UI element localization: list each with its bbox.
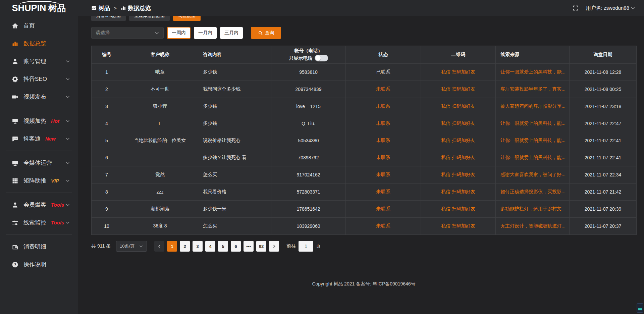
cell-qrcode: 私信 扫码加好友: [421, 184, 496, 201]
bar-chart-icon: [121, 5, 126, 11]
source-link[interactable]: 感谢大家喜欢我家，被问了好...: [500, 172, 566, 177]
sidebar-item-label: 视频发布: [23, 93, 46, 101]
qr-link-扫码加好友[interactable]: 扫码加好友: [452, 189, 475, 194]
qr-link-扫码加好友[interactable]: 扫码加好友: [452, 120, 475, 126]
sidebar-item-首页[interactable]: 首页: [0, 17, 78, 35]
qr-link-私信[interactable]: 私信: [441, 69, 450, 74]
page-size-select[interactable]: 10条/页: [116, 241, 147, 252]
cell-content: 多少钱: [198, 115, 271, 132]
cell-id: 9: [92, 201, 122, 218]
sidebar-item-label: 数据总览: [23, 40, 46, 47]
sidebar-item-视频加热[interactable]: 视频加热Hot: [0, 112, 78, 130]
sidebar-item-抖音SEO[interactable]: 抖音SEO: [0, 70, 78, 88]
cell-source: 让你一眼就爱上的黑科技，能...: [496, 115, 570, 132]
sidebar-item-label: 账号管理: [23, 57, 46, 65]
sliders-icon: [12, 219, 18, 226]
pagination: 共 911 条 10条/页 123456•••92 前往 页: [91, 241, 636, 252]
sidebar-item-会员爆客[interactable]: 会员爆客Tools: [0, 196, 78, 214]
page-button-1[interactable]: 1: [167, 241, 177, 252]
sidebar-item-label: 抖客通: [23, 135, 41, 143]
breadcrumb-separator: >: [114, 6, 117, 11]
qr-link-私信[interactable]: 私信: [441, 189, 450, 194]
qr-link-私信[interactable]: 私信: [441, 172, 450, 177]
qr-link-扫码加好友[interactable]: 扫码加好友: [452, 138, 475, 143]
user-menu[interactable]: 用户名: zswodun88: [586, 5, 635, 11]
cell-status: 未联系: [346, 166, 421, 184]
prev-page-button[interactable]: [154, 241, 164, 252]
page-button-5[interactable]: 5: [218, 241, 228, 252]
breadcrumb: 树品 > 数据总览: [91, 4, 151, 12]
qr-link-扫码加好友[interactable]: 扫码加好友: [452, 103, 475, 109]
qr-link-私信[interactable]: 私信: [441, 120, 450, 126]
corner-widget[interactable]: [637, 303, 643, 313]
qr-link-私信[interactable]: 私信: [441, 103, 450, 109]
qr-link-私信[interactable]: 私信: [441, 155, 450, 160]
source-link[interactable]: 让你一眼就爱上的黑科技，能...: [500, 138, 566, 143]
cell-account: 50534380: [271, 132, 346, 149]
cell-id: 6: [92, 149, 122, 166]
sidebar-item-消费明细[interactable]: 消费明细: [0, 238, 78, 256]
page-button-2[interactable]: 2: [180, 241, 190, 252]
sidebar-item-线索监控[interactable]: 线索监控Tools: [0, 214, 78, 231]
page-button-4[interactable]: 4: [205, 241, 215, 252]
page-button-92[interactable]: 92: [256, 241, 266, 252]
goto-page-input[interactable]: [299, 241, 313, 252]
bar-chart-icon: [12, 40, 18, 47]
cell-nickname: 36度 8: [122, 218, 198, 235]
page-ellipsis-button[interactable]: •••: [244, 241, 254, 252]
page-button-3[interactable]: 3: [193, 241, 203, 252]
question-icon: ?: [12, 261, 18, 268]
chevron-down-icon: [65, 203, 70, 207]
qr-link-私信[interactable]: 私信: [441, 223, 450, 228]
qr-link-扫码加好友[interactable]: 扫码加好友: [452, 206, 475, 211]
qr-link-扫码加好友[interactable]: 扫码加好友: [452, 69, 475, 74]
phone-only-toggle[interactable]: [315, 55, 328, 61]
grid-icon: [12, 177, 18, 184]
sidebar-item-数据总览[interactable]: 数据总览: [0, 35, 78, 52]
sidebar-item-全媒体运营[interactable]: 全媒体运营: [0, 154, 78, 172]
source-link[interactable]: 多功能护栏灯，适用于乡村文...: [500, 206, 566, 211]
page-button-6[interactable]: 6: [231, 241, 241, 252]
sidebar-item-操作说明[interactable]: ?操作说明: [0, 256, 78, 273]
sidebar-item-矩阵助推[interactable]: 矩阵助推VIP: [0, 172, 78, 190]
cell-source: 多功能护栏灯，适用于乡村文...: [496, 201, 570, 218]
next-page-button[interactable]: [269, 241, 279, 252]
column-header-二维码: 二维码: [421, 46, 496, 64]
source-link[interactable]: 让你一眼就爱上的黑科技，能...: [500, 69, 566, 74]
source-link[interactable]: 让你一眼就爱上的黑科技，能...: [500, 120, 566, 126]
cell-nickname: 潮起潮落: [122, 201, 198, 218]
sidebar-item-账号管理[interactable]: 账号管理: [0, 52, 78, 70]
qr-link-扫码加好友[interactable]: 扫码加好友: [452, 155, 475, 160]
chevron-down-icon: [65, 220, 70, 225]
user-icon: [12, 58, 18, 65]
source-link[interactable]: 被大家追着问的客厅投影分享...: [500, 103, 566, 109]
source-link[interactable]: 如何正确选择投影仪，买投影...: [500, 189, 566, 194]
search-button[interactable]: 查询: [251, 27, 281, 39]
qr-link-私信[interactable]: 私信: [441, 206, 450, 211]
chevron-down-icon: [139, 244, 143, 249]
range-button-三月内[interactable]: 三月内: [220, 27, 243, 39]
source-link[interactable]: 让你一眼就爱上的黑科技，能...: [500, 155, 566, 160]
range-button-一月内[interactable]: 一月内: [194, 27, 217, 39]
source-link[interactable]: 无主灯设计，智能磁吸轨道灯...: [500, 223, 566, 228]
cell-source: 被大家追着问的客厅投影分享...: [496, 98, 570, 115]
fullscreen-icon[interactable]: [573, 5, 579, 11]
qr-link-私信[interactable]: 私信: [441, 86, 450, 92]
sidebar-item-抖客通[interactable]: 抖客通New: [0, 130, 78, 148]
qr-link-扫码加好友[interactable]: 扫码加好友: [452, 223, 475, 228]
qr-link-私信[interactable]: 私信: [441, 138, 450, 143]
cell-content: 我想问这个多少钱: [198, 81, 271, 98]
cell-status: 未联系: [346, 81, 421, 98]
cell-content: 多少钱: [198, 64, 271, 81]
svg-text:?: ?: [14, 263, 16, 267]
chevron-down-icon: [65, 59, 70, 64]
account-select[interactable]: 请选择: [91, 27, 164, 39]
table-row: 1哦章多少钱9583810已联系私信 扫码加好友让你一眼就爱上的黑科技，能...…: [92, 64, 637, 81]
qr-link-扫码加好友[interactable]: 扫码加好友: [452, 172, 475, 177]
range-button-一周内[interactable]: 一周内: [167, 27, 191, 39]
gear-icon: [12, 76, 18, 83]
sidebar-item-视频发布[interactable]: 视频发布: [0, 88, 78, 106]
source-link[interactable]: 客厅安装投影半年多了，真实...: [500, 86, 566, 92]
qr-link-扫码加好友[interactable]: 扫码加好友: [452, 86, 475, 92]
breadcrumb-root[interactable]: 树品: [99, 4, 110, 12]
